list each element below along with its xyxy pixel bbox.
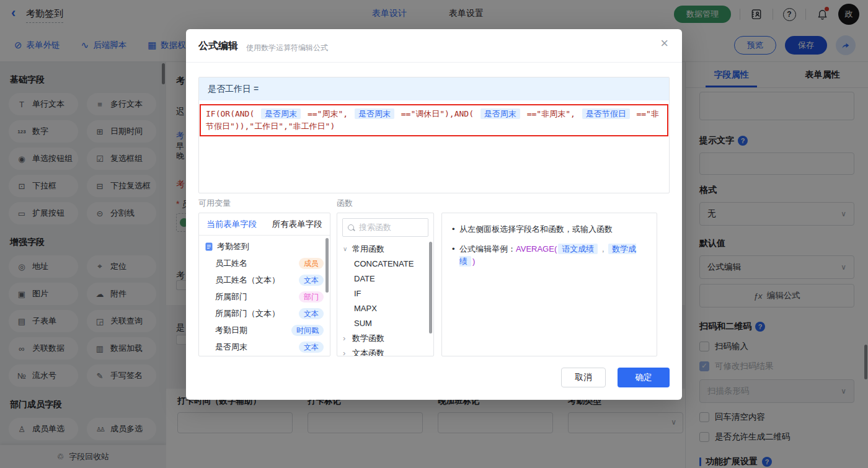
- variable-type-badge: 部门: [299, 291, 324, 302]
- document-icon: [205, 242, 213, 251]
- formula-editor-modal: 公式编辑 使用数学运算符编辑公式 × 是否工作日 = IF(OR(AND( 是否…: [186, 29, 682, 400]
- hint-line-1: 从左侧面板选择字段名和函数，或输入函数: [451, 223, 648, 236]
- variable-row[interactable]: 是否节假日 文本: [199, 355, 330, 356]
- variable-row[interactable]: 所属部门（文本） 文本: [199, 305, 330, 322]
- hint-line-2: 公式编辑举例：AVERAGE(语文成绩，数学成绩): [451, 243, 648, 268]
- functions-label: 函数: [337, 198, 353, 209]
- variable-name: 所属部门: [215, 291, 299, 302]
- variables-scrollbar[interactable]: [326, 238, 329, 293]
- variable-rows: 员工姓名 成员 员工姓名（文本） 文本 所属部门 部门 所属部门（文本: [199, 255, 330, 356]
- variable-name: 员工姓名: [215, 258, 299, 269]
- variable-row[interactable]: 员工姓名 成员: [199, 255, 330, 272]
- variables-label: 可用变量: [198, 198, 231, 209]
- modal-title: 公式编辑: [198, 40, 238, 53]
- field-chip: 语文成绩: [558, 244, 598, 254]
- function-row[interactable]: 数学函数: [337, 331, 433, 346]
- variable-type-badge: 成员: [299, 258, 324, 269]
- formula-token: 是否周末: [261, 108, 301, 119]
- function-row[interactable]: IF: [337, 286, 433, 301]
- variable-type-badge: 文本: [299, 308, 324, 319]
- variable-type-badge: 文本: [299, 342, 324, 353]
- variables-tab[interactable]: 所有表单字段: [265, 213, 330, 235]
- function-row[interactable]: DATE: [337, 272, 433, 286]
- confirm-button[interactable]: 确定: [618, 368, 670, 387]
- function-row[interactable]: 常用函数: [337, 242, 433, 257]
- functions-scrollbar[interactable]: [429, 242, 432, 333]
- close-icon[interactable]: ×: [660, 37, 668, 50]
- modal-subtitle: 使用数学运算符编辑公式: [246, 43, 328, 53]
- form-node-label: 考勤签到: [217, 241, 249, 252]
- function-row[interactable]: MAPX: [337, 301, 433, 316]
- formula-token: =="周末",: [308, 109, 348, 118]
- formula-target-field: 是否工作日 =: [199, 77, 669, 100]
- variables-tabs: 当前表单字段 所有表单字段: [199, 213, 330, 236]
- variable-row[interactable]: 所属部门 部门: [199, 288, 330, 305]
- hint-separator: ，: [599, 244, 607, 254]
- search-icon: [348, 224, 355, 231]
- variable-name: 是否周末: [215, 342, 299, 353]
- variable-row[interactable]: 考勤日期 时间戳: [199, 322, 330, 338]
- variables-tab[interactable]: 当前表单字段: [199, 213, 265, 235]
- function-row[interactable]: CONCATENATE: [337, 257, 433, 272]
- variable-name: 员工姓名（文本）: [215, 275, 299, 286]
- cancel-button[interactable]: 取消: [561, 368, 606, 387]
- form-node[interactable]: 考勤签到: [199, 238, 330, 255]
- hint-example-label: 公式编辑举例：: [459, 244, 516, 254]
- functions-panel: 搜索函数 常用函数 CONCATENATE DATE IF MAPX SUM 数…: [337, 213, 434, 356]
- formula-input-area[interactable]: IF(OR(AND( 是否周末 =="周末", 是否周末 =="调休日"),AN…: [200, 104, 668, 136]
- hint-function-name: AVERAGE(: [516, 244, 557, 254]
- formula-token: 是否周末: [355, 108, 394, 119]
- formula-token: IF(OR(AND(: [206, 109, 254, 118]
- function-row[interactable]: 文本函数: [337, 346, 433, 356]
- function-search-input[interactable]: 搜索函数: [342, 218, 428, 237]
- formula-token: 是否周末: [480, 108, 520, 119]
- hint-panel: 从左侧面板选择字段名和函数，或输入函数 公式编辑举例：AVERAGE(语文成绩，…: [441, 213, 657, 356]
- formula-token: 是否节假日: [582, 108, 630, 119]
- hint-close-paren: ): [472, 257, 475, 266]
- variable-type-badge: 文本: [299, 275, 324, 286]
- variable-type-badge: 时间戳: [291, 325, 324, 336]
- app-root: ‹ 考勤签到 表单设计 表单设置 数据管理 ? 政: [0, 0, 868, 468]
- variable-row[interactable]: 是否周末 文本: [199, 338, 330, 355]
- variable-name: 所属部门（文本）: [215, 308, 299, 319]
- variable-row[interactable]: 员工姓名（文本） 文本: [199, 272, 330, 288]
- search-placeholder: 搜索函数: [359, 222, 391, 233]
- variable-name: 考勤日期: [215, 325, 291, 336]
- modal-header-divider: [186, 62, 682, 63]
- formula-token: =="非周末",: [527, 109, 575, 118]
- formula-editor-container: 是否工作日 = IF(OR(AND( 是否周末 =="周末", 是否周末 =="…: [198, 77, 670, 193]
- formula-token: =="调休日"),AND(: [401, 109, 474, 118]
- function-rows: 常用函数 CONCATENATE DATE IF MAPX SUM 数学函数 文…: [337, 242, 433, 356]
- variables-panel: 当前表单字段 所有表单字段 考勤签到 员工姓名 成员 员工姓名（文本）: [198, 213, 330, 356]
- function-row[interactable]: SUM: [337, 316, 433, 331]
